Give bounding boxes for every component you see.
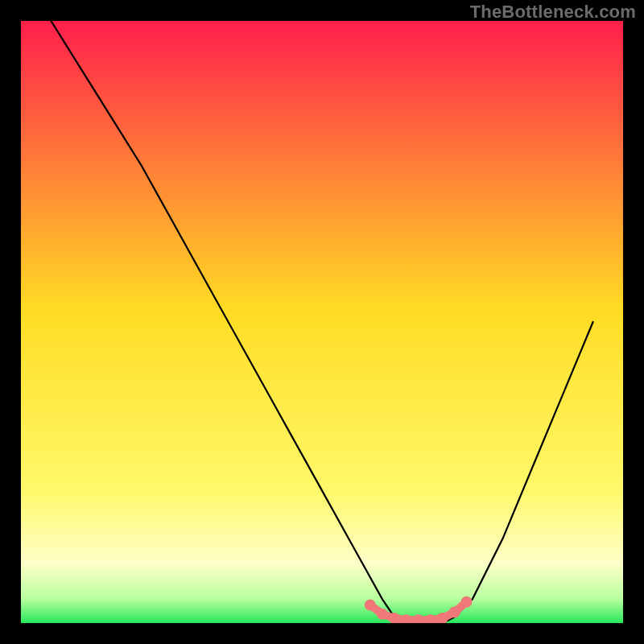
marker-dot — [365, 600, 376, 611]
outer-frame: TheBottleneck.com — [0, 0, 644, 644]
watermark-text: TheBottleneck.com — [470, 2, 636, 23]
marker-dot — [461, 597, 473, 608]
chart-area — [21, 21, 623, 623]
marker-dot — [377, 609, 388, 620]
gradient-background — [21, 21, 623, 623]
bottleneck-chart — [21, 21, 623, 623]
marker-dot — [449, 607, 460, 618]
